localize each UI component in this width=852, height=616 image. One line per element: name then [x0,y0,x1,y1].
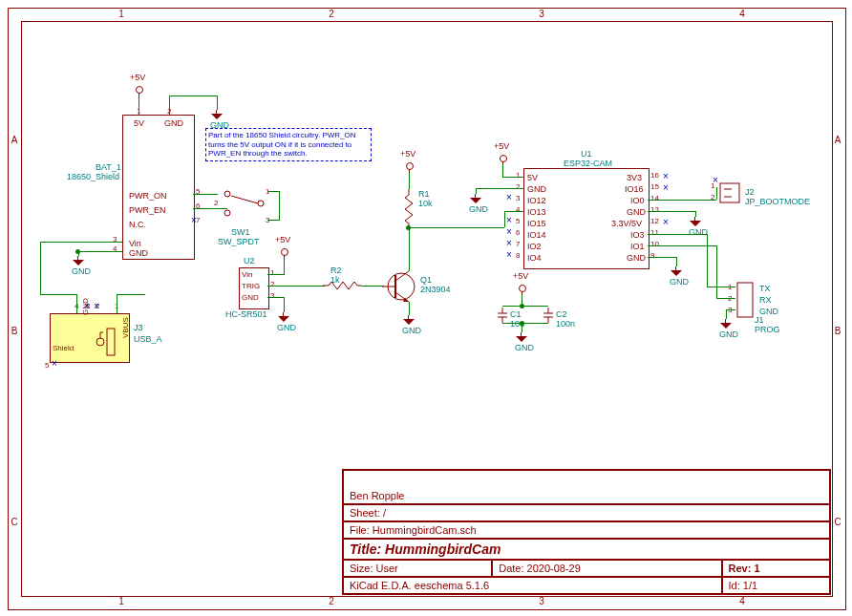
wire [409,227,504,228]
u1-ln1: 2 [516,182,520,191]
wire [284,258,285,274]
ruler-top-1: 1 [115,8,128,21]
u1-val: ESP32-CAM [564,159,612,168]
ruler-top-4: 4 [735,8,749,21]
nc-u1-3: × [506,195,512,201]
wire [267,191,279,192]
wire [267,220,279,221]
u1-ln6: 7 [516,240,520,248]
u1-rn6: 10 [650,240,659,248]
u1-l4: IO15 [527,219,546,228]
nc-u1-5: × [506,218,512,223]
sw-val: SW_SPDT [218,237,260,246]
u1-l3: IO13 [527,207,546,217]
j1-ref: J1 [755,315,764,325]
wire [502,306,548,307]
tb-title: Title: HummingbirdCam [343,539,830,560]
svg-rect-13 [737,283,753,317]
pwr-5v-u2 [279,246,290,258]
wire [217,96,218,110]
r1-val: 10k [418,199,433,208]
sw-ref: SW1 [231,227,250,237]
ruler-bot-4: 4 [735,595,749,608]
bat-val: 18650_Shield [67,172,119,181]
pwr-5v-bat [134,84,145,96]
u1-ln5: 6 [516,228,520,237]
nc-u1-15: × [663,185,669,191]
u1-rn4: 12 [650,217,659,225]
wire [78,251,122,252]
gnd-u1r [690,217,701,226]
wire [502,164,503,177]
u1-rn1: 15 [650,182,659,191]
gnd-caps-label: GND [515,343,534,352]
wire [409,302,410,315]
u2-pin3: 3 [270,291,274,300]
bat-pwr-on: PWR_ON [129,191,167,201]
j3-vbus: VBUS [121,317,130,338]
tb-size: Size: User [343,560,492,577]
pwr-5v-u1 [498,153,509,164]
wire [504,211,523,212]
gnd-q1-label: GND [402,326,421,335]
wire [284,297,285,312]
u1-l5: IO14 [527,230,546,240]
ruler-right-c: C [831,516,844,529]
svg-point-1 [224,210,230,216]
u1-rn3: 13 [650,205,659,214]
u1-r2: IO0 [630,196,645,205]
j1-symbol [735,281,755,319]
gnd-caps [516,332,527,342]
u1-ref: U1 [581,149,592,159]
gnd-u1l-label: GND [469,204,488,214]
u1-r1: IO16 [625,184,644,194]
q1-symbol [382,266,420,308]
ruler-bot-2: 2 [325,595,338,608]
c2-ref: C2 [556,309,567,319]
wire [117,294,117,313]
j2-ref: J2 [745,187,755,197]
gnd-u2-label: GND [277,323,296,332]
j1-rx: RX [759,295,772,305]
svg-line-9 [395,271,409,281]
tb-author: Ben Ropple [343,470,830,504]
gnd-left [73,256,84,266]
ruler-top-2: 2 [325,8,338,21]
gnd-u1l [470,194,481,203]
u1-l7: IO4 [527,253,542,263]
nc-u1-6: × [506,229,512,235]
wire [502,177,523,178]
wire [726,309,727,319]
ruler-right-a: A [831,134,844,147]
gnd-j1-label: GND [719,329,738,339]
wire [504,211,505,227]
j3-ref: J3 [134,323,143,332]
ruler-right-b: B [831,325,844,338]
wire [40,294,76,295]
wire [648,211,695,212]
bat-pwr-en: PWR_EN [129,205,166,215]
q1-ref: Q1 [420,275,432,285]
j3-val: USB_A [134,334,162,344]
u2-pin1: 1 [270,268,274,277]
bat-gnd4: GND [129,248,148,258]
wire [267,274,285,275]
j2-val: JP_BOOTMODE [745,197,810,206]
u1-l6: IO2 [527,242,542,251]
u1-l2: IO12 [527,196,546,205]
j2-pin2: 2 [711,193,714,202]
ruler-top-3: 3 [535,8,548,21]
gnd-u2 [278,312,289,322]
bat-nc: N.C. [129,220,146,229]
bat-vin: Vin [129,239,141,248]
r1-ref: R1 [418,189,430,199]
svg-point-5 [96,338,104,346]
bat-pin1-name: 5V [134,118,144,128]
j1-tx: TX [759,284,771,293]
u1-l0: 5V [527,173,538,182]
ruler-bot-3: 3 [535,595,548,608]
wire [193,208,227,209]
u2-p1: Vin [242,270,252,279]
gnd-left-label: GND [72,266,91,276]
u2-p2: TRIG [242,282,260,290]
